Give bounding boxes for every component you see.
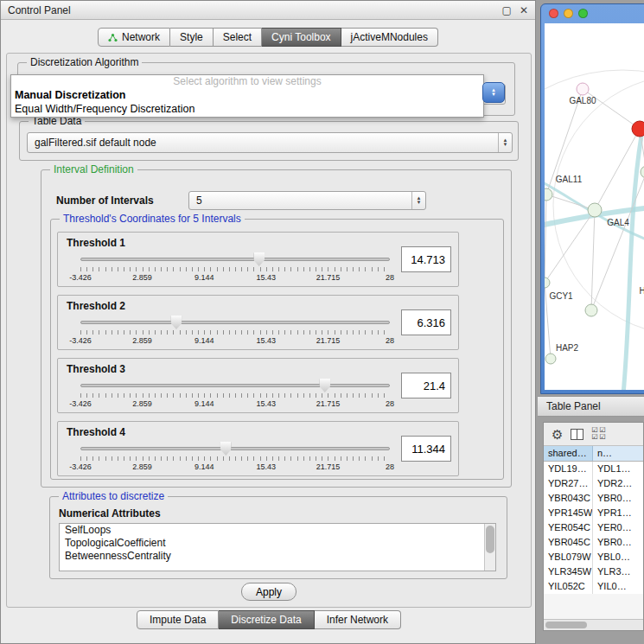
tab-cyni-label: Cyni Toolbox — [271, 31, 330, 43]
table-panel-window: ⚙ ☑☑ ☑☑ shared… n… YDL19…YDL1… YDR27…YDR… — [543, 422, 644, 631]
slider-thumb[interactable] — [319, 379, 330, 392]
slider-track[interactable] — [80, 258, 390, 261]
threshold-1-box: Threshold 1 -3.426 2.859 9.144 15.43 21.… — [57, 232, 459, 287]
dropdown-option-equal-width[interactable]: Equal Width/Frequency Discretization — [11, 102, 483, 116]
slider-track[interactable] — [80, 321, 390, 324]
table-data-combobox[interactable]: galFiltered.sif default node ▲ ▼ — [27, 132, 513, 153]
slider-thumb[interactable] — [170, 316, 182, 329]
tab-select-label: Select — [223, 31, 252, 43]
threshold-4-slider[interactable] — [80, 441, 390, 456]
table-row[interactable]: YIL052CYIL0… — [544, 579, 643, 594]
tab-style[interactable]: Style — [170, 28, 214, 47]
threshold-4-box: Threshold 4 -3.426 2.859 9.144 15.43 21.… — [57, 421, 459, 476]
list-item[interactable]: BetweennessCentrality — [60, 550, 495, 563]
tab-discretize-data[interactable]: Discretize Data — [219, 610, 314, 629]
close-traffic-light[interactable] — [549, 9, 558, 18]
network-icon — [108, 33, 118, 42]
network-node[interactable] — [585, 304, 597, 316]
slider-track[interactable] — [80, 447, 390, 450]
table-data-stepper[interactable]: ▲ ▼ — [498, 133, 512, 152]
network-node-selected[interactable] — [632, 121, 644, 137]
apply-button[interactable]: Apply — [241, 583, 296, 601]
tick-label: -3.426 — [69, 273, 92, 282]
settings-gear-icon[interactable]: ⚙ — [552, 428, 563, 441]
slider-track[interactable] — [80, 384, 390, 387]
tick-label: 21.715 — [316, 462, 341, 471]
threshold-1-value-field[interactable] — [401, 246, 451, 272]
table-row[interactable]: YLR345WYLR3… — [544, 564, 643, 579]
float-icon[interactable]: ▢ — [502, 4, 512, 16]
bottom-tabbar: Impute Data Discretize Data Infer Networ… — [1, 610, 537, 629]
number-of-intervals-stepper[interactable]: ▲ ▼ — [411, 192, 425, 209]
table-row[interactable]: YBR043CYBR0… — [544, 491, 643, 506]
threshold-2-slider[interactable] — [80, 315, 390, 330]
tab-jactive-label: jActiveMNodules — [351, 31, 428, 43]
table-row[interactable]: YPR145WYPR1… — [544, 506, 643, 520]
tab-select[interactable]: Select — [214, 28, 262, 47]
network-edge — [583, 89, 640, 129]
slider-tick-labels: -3.426 2.859 9.144 15.43 21.715 28 — [80, 273, 390, 282]
dropdown-option-manual[interactable]: Manual Discretization — [11, 88, 483, 102]
scrollbar-thumb[interactable] — [545, 622, 587, 628]
list-item[interactable]: TopologicalCoefficient — [60, 537, 495, 550]
numerical-attributes-list[interactable]: SelfLoops TopologicalCoefficient Between… — [59, 523, 496, 571]
control-panel-titlebar: Control Panel ▢ ✕ — [1, 1, 535, 20]
zoom-traffic-light[interactable] — [578, 9, 588, 18]
slider-thumb[interactable] — [253, 252, 265, 266]
tab-network[interactable]: Network — [98, 28, 170, 47]
tab-style-label: Style — [180, 31, 203, 43]
tick-label: 15.43 — [257, 462, 277, 471]
threshold-4-value-field[interactable] — [401, 436, 451, 462]
columns-icon[interactable] — [571, 429, 583, 440]
table-row[interactable]: YDL19…YDL1… — [544, 462, 643, 476]
scrollbar-thumb[interactable] — [486, 526, 494, 553]
table-row[interactable]: YBR045CYBR0… — [544, 535, 643, 550]
interval-definition-group: Interval Definition Number of Intervals … — [41, 169, 512, 488]
threshold-3-slider[interactable] — [80, 378, 390, 393]
tab-cyni-toolbox[interactable]: Cyni Toolbox — [262, 28, 341, 47]
network-node[interactable] — [641, 166, 644, 178]
minimize-traffic-light[interactable] — [564, 9, 573, 18]
node-label: GAL80 — [569, 96, 596, 105]
tick-label: 2.859 — [132, 273, 152, 282]
threshold-4-title: Threshold 4 — [67, 426, 125, 438]
tick-label: 28 — [386, 273, 394, 282]
threshold-1-slider[interactable] — [80, 252, 390, 267]
tab-jactivemnodules[interactable]: jActiveMNodules — [341, 28, 438, 47]
number-of-intervals-combobox[interactable]: 5 ▲ ▼ — [188, 191, 426, 210]
tab-impute-data[interactable]: Impute Data — [137, 610, 219, 629]
table-header-row: shared… n… — [544, 446, 643, 462]
column-header-shared-name[interactable]: shared… — [544, 446, 593, 461]
list-scrollbar[interactable] — [484, 524, 495, 571]
network-window-titlebar — [541, 4, 644, 22]
threshold-3-value-field[interactable] — [401, 373, 451, 399]
network-canvas[interactable]: GAL80 GAL11 GAL4 GCY1 HAP2 H — [545, 23, 644, 390]
network-node[interactable] — [545, 354, 556, 364]
node-label: GCY1 — [549, 291, 573, 301]
network-node[interactable] — [577, 83, 589, 95]
network-node[interactable] — [545, 277, 550, 288]
algorithm-combo-stepper[interactable]: ▲ ▼ — [482, 82, 505, 103]
table-row[interactable]: YDR27…YDR2… — [544, 476, 643, 491]
tab-infer-network[interactable]: Infer Network — [315, 610, 401, 629]
network-node[interactable] — [588, 203, 602, 217]
table-toolbar: ⚙ ☑☑ ☑☑ — [544, 423, 643, 446]
select-columns-icon[interactable]: ☑☑ ☑☑ — [591, 427, 607, 441]
tick-label: -3.426 — [69, 462, 92, 471]
slider-thumb[interactable] — [220, 442, 232, 456]
close-icon[interactable]: ✕ — [520, 4, 528, 16]
threshold-2-value-field[interactable] — [401, 309, 451, 335]
table-row[interactable]: YER054CYER0… — [544, 520, 643, 535]
cyni-panel-body: Discretization Algorithm Select algorith… — [6, 53, 532, 608]
table-row[interactable]: YBL079WYBL0… — [544, 550, 643, 564]
horizontal-scrollbar[interactable] — [544, 619, 643, 630]
tick-label: -3.426 — [69, 399, 92, 408]
column-header-name[interactable]: n… — [593, 446, 643, 461]
slider-tick-labels: -3.426 2.859 9.144 15.43 21.715 28 — [80, 462, 390, 471]
list-item[interactable]: SelfLoops — [60, 524, 495, 537]
tick-label: 9.144 — [194, 336, 214, 345]
tick-label: 21.715 — [316, 336, 341, 345]
control-panel-window: Control Panel ▢ ✕ Network Style Select C… — [0, 0, 536, 644]
network-node[interactable] — [545, 188, 552, 201]
network-edge — [545, 194, 546, 283]
